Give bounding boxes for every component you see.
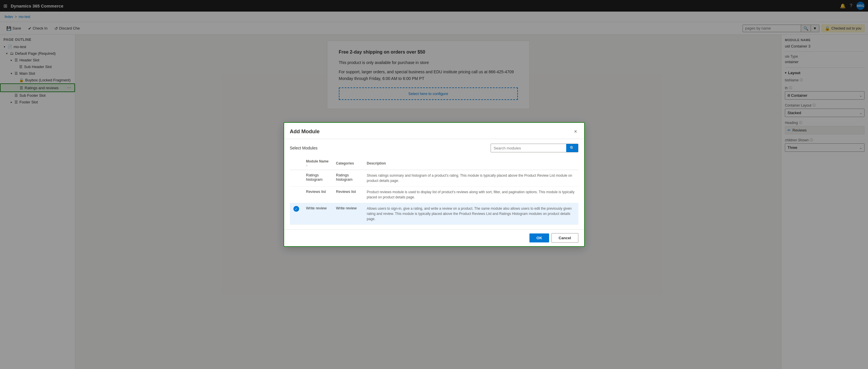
module-name-reviews-list: Reviews list xyxy=(303,187,333,203)
table-row[interactable]: Ratings histogram Ratings histogram Show… xyxy=(290,170,578,187)
module-table-body: Ratings histogram Ratings histogram Show… xyxy=(290,170,578,225)
module-desc-ratings-histogram: Shows ratings summary and histogram of a… xyxy=(363,170,578,187)
modal-search-wrapper: 🔍 xyxy=(491,144,578,152)
col-check xyxy=(290,157,303,170)
modal-top-bar: Select Modules 🔍 xyxy=(290,144,578,152)
col-module-name[interactable]: Module Name xyxy=(303,157,333,170)
module-name-ratings-histogram: Ratings histogram xyxy=(303,170,333,187)
col-description: Description xyxy=(363,157,578,170)
module-table: Module Name Categories Description Ratin… xyxy=(290,157,578,225)
cancel-button[interactable]: Cancel xyxy=(552,233,578,243)
modal-search-input[interactable] xyxy=(491,144,566,152)
module-name-write-review: Write review xyxy=(303,203,333,225)
table-row[interactable]: Reviews list Reviews list Product review… xyxy=(290,187,578,203)
module-categories-reviews-list: Reviews list xyxy=(333,187,363,203)
modal-header: Add Module × xyxy=(284,123,584,139)
col-categories: Categories xyxy=(333,157,363,170)
module-desc-reviews-list: Product reviews module is used to displa… xyxy=(363,187,578,203)
modal-footer: OK Cancel xyxy=(284,229,584,246)
row-check-ratings-histogram xyxy=(290,170,303,187)
modal-search-button[interactable]: 🔍 xyxy=(566,144,578,152)
table-row[interactable]: ✓ Write review Write review Allows users… xyxy=(290,203,578,225)
select-modules-label: Select Modules xyxy=(290,146,318,150)
modal-body: Select Modules 🔍 Module Name Categories … xyxy=(284,139,584,229)
row-check-write-review: ✓ xyxy=(290,203,303,225)
modal-overlay: Add Module × Select Modules 🔍 Module Nam… xyxy=(0,0,868,369)
modal-close-button[interactable]: × xyxy=(573,127,578,136)
module-categories-ratings-histogram: Ratings histogram xyxy=(333,170,363,187)
ok-button[interactable]: OK xyxy=(529,234,549,242)
selected-check-icon: ✓ xyxy=(293,206,299,212)
modal-title: Add Module xyxy=(290,129,320,135)
module-categories-write-review: Write review xyxy=(333,203,363,225)
table-header: Module Name Categories Description xyxy=(290,157,578,170)
add-module-modal: Add Module × Select Modules 🔍 Module Nam… xyxy=(283,122,585,247)
module-desc-write-review: Allows users to sign-in, give a rating, … xyxy=(363,203,578,225)
row-check-reviews-list xyxy=(290,187,303,203)
